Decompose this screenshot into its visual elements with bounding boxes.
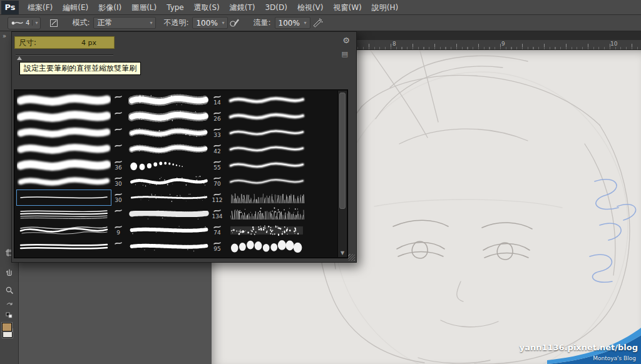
brush-tip-mini-icon [213, 143, 222, 148]
menu-item-9[interactable]: 視窗(W) [329, 0, 367, 15]
chevron-down-icon: ▾ [302, 20, 307, 26]
brush-thumbnail[interactable] [17, 125, 111, 140]
watermark-url: yann1136.pixnet.net/blog [520, 343, 638, 352]
gear-icon[interactable]: ⚙ [342, 36, 350, 44]
brush-thumbnail[interactable] [128, 223, 210, 238]
flow-dropdown[interactable]: 100% ▾ [275, 17, 310, 29]
brush-tip-mini-icon [114, 94, 123, 99]
brush-thumbnail[interactable] [227, 206, 306, 221]
mode-value: 正常 [97, 18, 112, 28]
panel-menu-icon[interactable]: ▤ [342, 51, 348, 58]
brush-size-badge: 74 [210, 225, 225, 236]
menu-item-5[interactable]: 選取(S) [189, 0, 225, 15]
brush-thumbnail[interactable] [17, 93, 111, 108]
brush-row: 3070 [14, 173, 336, 190]
menu-item-2[interactable]: 影像(I) [93, 0, 126, 15]
brush-size-badge: 42 [210, 143, 225, 154]
brush-thumbnail-selected[interactable] [17, 190, 111, 205]
brush-thumbnail[interactable] [17, 206, 111, 221]
brush-tip-mini-icon [114, 111, 123, 116]
brush-tip-mini-icon [114, 143, 123, 148]
default-colors-icon[interactable] [4, 311, 15, 319]
brush-thumbnail[interactable] [128, 206, 210, 221]
brush-thumbnail[interactable] [17, 174, 111, 189]
brush-preset-picker[interactable]: 4 ▾ [8, 17, 41, 29]
scrollbar-thumb[interactable] [339, 93, 346, 209]
menu-item-6[interactable]: 濾鏡(T) [225, 0, 260, 15]
brush-thumbnail[interactable] [128, 141, 210, 156]
brush-tip-mini-icon [114, 176, 123, 181]
flow-label: 流量: [253, 18, 270, 28]
size-slider-track[interactable] [16, 54, 113, 56]
blue-pencil-scribbles [590, 179, 636, 282]
brush-thumbnail[interactable] [128, 125, 210, 140]
brush-thumbnail[interactable] [128, 174, 210, 189]
brush-tip-mini-icon [213, 208, 222, 213]
brush-thumbnail[interactable] [17, 239, 111, 254]
brush-thumbnail[interactable] [128, 93, 210, 108]
opacity-dropdown[interactable]: 100% ▾ [192, 17, 228, 29]
brush-thumbnail[interactable] [227, 223, 306, 238]
brush-thumbnail[interactable] [227, 93, 306, 108]
brush-thumbnail[interactable] [227, 109, 306, 124]
panel-resize-grip[interactable] [348, 254, 355, 261]
mode-dropdown[interactable]: 正常 ▾ [93, 17, 156, 29]
hand-tool-icon[interactable] [4, 266, 15, 277]
toggle-brush-panel-button[interactable] [47, 17, 61, 29]
swap-colors-icon[interactable] [4, 301, 15, 309]
brush-thumbnail[interactable] [17, 141, 111, 156]
zoom-tool-icon[interactable] [4, 285, 15, 296]
watermark: yann1136.pixnet.net/blog Montoya's Blog [528, 324, 641, 364]
brush-row: 974 [14, 222, 336, 238]
brush-thumbnail[interactable] [227, 141, 306, 156]
brush-size-badge: 36 [111, 159, 126, 171]
scrollbar[interactable]: ▼ [337, 91, 347, 257]
foreground-color-swatch[interactable] [2, 323, 12, 331]
menu-items: 檔案(F)編輯(E)影像(I)圖層(L)Type選取(S)濾鏡(T)3D(D)檢… [23, 0, 403, 15]
airbrush-icon [312, 18, 323, 28]
brush-thumbnail[interactable] [227, 190, 306, 205]
airbrush-button[interactable] [310, 17, 324, 29]
opacity-value: 100% [196, 19, 217, 28]
menu-item-0[interactable]: 檔案(F) [23, 0, 58, 15]
brush-thumbnail[interactable] [227, 239, 306, 254]
chevron-down-icon: ▾ [32, 20, 38, 26]
scrollbar-down-arrow[interactable]: ▼ [338, 249, 347, 257]
menu-item-4[interactable]: Type [162, 0, 189, 15]
brush-thumbnail[interactable] [128, 190, 210, 205]
menu-item-10[interactable]: 說明(H) [367, 0, 403, 15]
brush-size-badge: 55 [210, 159, 225, 171]
brush-tip-mini-icon [213, 127, 222, 132]
brush-thumbnail[interactable] [17, 158, 111, 173]
size-label: 尺寸: [19, 38, 36, 48]
opacity-pressure-button[interactable] [228, 17, 242, 29]
brush-thumbnail[interactable] [227, 174, 306, 189]
brush-thumbnail[interactable] [128, 109, 210, 124]
brush-tip-mini-icon [213, 192, 222, 197]
brush-tip-mini-icon [213, 241, 222, 246]
menu-item-8[interactable]: 檢視(V) [292, 0, 329, 15]
brush-tip-mini-icon [213, 159, 222, 164]
brush-tip-mini-icon [114, 159, 123, 164]
menu-item-7[interactable]: 3D(D) [260, 0, 292, 15]
size-slider-thumb[interactable] [17, 56, 22, 60]
brush-thumbnail[interactable] [128, 158, 210, 173]
brush-size-badge [111, 111, 126, 122]
brush-thumbnail[interactable] [227, 125, 306, 140]
brush-size-slider-field[interactable]: 尺寸: 4 px [14, 36, 115, 49]
brush-thumbnail[interactable] [17, 223, 111, 238]
brush-thumbnail[interactable] [17, 109, 111, 124]
tooltip: 設定主要筆刷的直徑並縮放雙筆刷 [19, 62, 141, 75]
brush-size-badge: 30 [111, 192, 126, 203]
brush-thumbnail[interactable] [227, 158, 306, 173]
brush-row: 14 [14, 92, 336, 108]
brush-size-badge: 30 [111, 176, 126, 187]
menu-item-3[interactable]: 圖層(L) [126, 0, 162, 15]
brush-row: 42 [14, 141, 336, 157]
mode-label: 模式: [72, 18, 90, 28]
brush-size-badge: 26 [210, 111, 225, 122]
collapse-panel-icon[interactable]: » [3, 33, 6, 39]
chevron-down-icon: ▾ [219, 20, 224, 26]
menu-item-1[interactable]: 編輯(E) [58, 0, 93, 15]
brush-thumbnail[interactable] [128, 239, 210, 254]
